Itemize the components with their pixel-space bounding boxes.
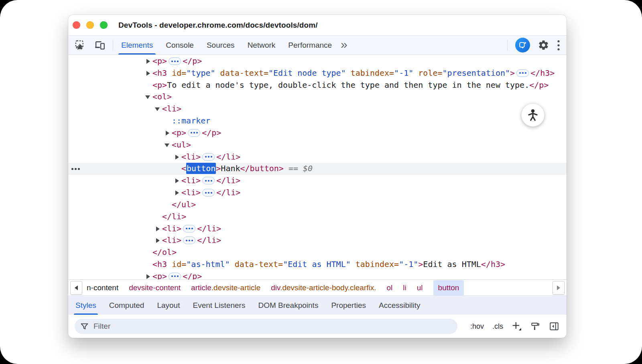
- toggle-sidebar-icon[interactable]: [549, 321, 559, 332]
- breadcrumb-item[interactable]: devsite-content: [129, 283, 181, 292]
- device-toolbar-icon[interactable]: [94, 40, 106, 51]
- dom-tree: <p></p><h3 id="type" data-text="Edit nod…: [68, 55, 567, 280]
- collapse-arrow-icon[interactable]: [165, 144, 169, 147]
- dom-tree-row[interactable]: <li>: [68, 103, 567, 115]
- dom-tree-row[interactable]: <li></li>: [68, 235, 567, 247]
- code-token-attr: id=: [172, 68, 186, 78]
- selected-tag-name[interactable]: button: [186, 163, 216, 174]
- dom-tree-row[interactable]: </li>: [68, 211, 567, 223]
- code-token-tag: <h3: [152, 259, 172, 269]
- breadcrumb-item-selected[interactable]: button: [433, 280, 464, 295]
- ai-assistant-icon[interactable]: [515, 38, 530, 53]
- dom-tree-row-selected[interactable]: <button>Hank</button> == $0: [68, 163, 567, 175]
- code-token-doll: $0: [303, 164, 313, 173]
- styles-tab-accessibility[interactable]: Accessibility: [372, 296, 427, 315]
- code-token-val: "Edit node type": [268, 68, 346, 78]
- minimize-window-button[interactable]: [86, 21, 94, 29]
- more-tabs-chevron[interactable]: »: [338, 36, 351, 55]
- code-token-tag: </p>: [202, 128, 221, 138]
- dom-tree-row[interactable]: <ol>: [68, 91, 567, 103]
- code-token-attr: data-text=: [220, 68, 268, 78]
- dom-tree-row[interactable]: </ol>: [68, 247, 567, 259]
- tab-network[interactable]: Network: [241, 36, 282, 55]
- breadcrumb-item[interactable]: li: [403, 283, 406, 292]
- toggle-element-state-button[interactable]: :hov: [470, 322, 484, 331]
- dom-tree-row[interactable]: <ul>: [68, 139, 567, 151]
- code-token-tag: <li>: [162, 104, 181, 113]
- styles-tab-dom-breakpoints[interactable]: DOM Breakpoints: [252, 296, 325, 315]
- dom-tree-row[interactable]: <p></p>: [68, 55, 567, 67]
- filter-input[interactable]: Filter: [75, 319, 457, 334]
- expand-children-pill[interactable]: [169, 57, 181, 65]
- expand-children-pill[interactable]: [183, 237, 195, 244]
- inspect-icon[interactable]: [75, 40, 85, 51]
- breadcrumb-item[interactable]: article.devsite-article: [191, 283, 260, 292]
- dom-tree-row[interactable]: ::marker: [68, 115, 567, 127]
- expand-children-pill[interactable]: [516, 69, 529, 77]
- styles-tab-computed[interactable]: Computed: [103, 296, 151, 315]
- expand-arrow-icon[interactable]: [156, 226, 160, 231]
- expand-children-pill[interactable]: [202, 177, 215, 184]
- code-token-eq: ==: [284, 164, 303, 173]
- expand-arrow-icon[interactable]: [156, 238, 160, 243]
- tab-performance[interactable]: Performance: [282, 36, 338, 55]
- paint-roller-icon[interactable]: [530, 322, 540, 332]
- crumb-scroll-right-button[interactable]: [553, 281, 565, 295]
- accessibility-person-icon: [521, 103, 544, 127]
- breadcrumb-item[interactable]: div.devsite-article-body.clearfix.: [271, 283, 376, 292]
- dom-tree-row[interactable]: <p></p>: [68, 271, 567, 280]
- breadcrumb-item[interactable]: ul: [417, 283, 423, 292]
- expand-children-pill[interactable]: [202, 153, 215, 161]
- tab-console[interactable]: Console: [159, 36, 200, 55]
- styles-tab-styles[interactable]: Styles: [69, 296, 103, 315]
- code-token-tag: <p>: [152, 56, 167, 66]
- expand-arrow-icon[interactable]: [146, 71, 150, 76]
- expand-children-pill[interactable]: [188, 129, 200, 137]
- close-window-button[interactable]: [73, 21, 80, 29]
- code-token-tag: <ul>: [172, 140, 191, 150]
- collapse-arrow-icon[interactable]: [155, 107, 160, 111]
- settings-gear-icon[interactable]: [538, 39, 549, 51]
- styles-tab-event-listeners[interactable]: Event Listeners: [186, 296, 252, 315]
- expand-arrow-icon[interactable]: [175, 178, 179, 183]
- code-token-attr: tabindex=: [351, 68, 394, 78]
- dom-tree-row[interactable]: </ul>: [68, 199, 567, 211]
- expand-children-pill[interactable]: [183, 225, 195, 233]
- crumb-tag: button: [438, 283, 459, 292]
- tab-sources[interactable]: Sources: [200, 36, 241, 55]
- element-classes-button[interactable]: .cls: [492, 322, 503, 331]
- breadcrumb-item[interactable]: n-content: [87, 283, 118, 292]
- kebab-menu-icon[interactable]: [557, 39, 560, 51]
- dom-tree-row[interactable]: <li></li>: [68, 175, 567, 187]
- tab-elements[interactable]: Elements: [115, 36, 159, 55]
- expand-arrow-icon[interactable]: [175, 190, 179, 195]
- new-style-rule-icon[interactable]: [512, 321, 522, 332]
- dom-tree-row[interactable]: <li></li>: [68, 151, 567, 163]
- row-menu-dots-icon[interactable]: [71, 168, 73, 170]
- dom-tree-row[interactable]: <h3 id="as-html" data-text="Edit as HTML…: [68, 259, 567, 271]
- expand-children-pill[interactable]: [169, 273, 181, 280]
- dom-tree-row[interactable]: <p></p>: [68, 127, 567, 139]
- dom-tree-row[interactable]: <h3 id="type" data-text="Edit node type"…: [68, 67, 567, 79]
- styles-tab-layout[interactable]: Layout: [150, 296, 186, 315]
- dom-tree-row[interactable]: <li></li>: [68, 223, 567, 235]
- expand-arrow-icon[interactable]: [146, 274, 150, 279]
- styles-tab-properties[interactable]: Properties: [325, 296, 372, 315]
- expand-arrow-icon[interactable]: [166, 131, 169, 135]
- devtools-toolbar: ElementsConsoleSourcesNetworkPerformance…: [68, 36, 567, 55]
- code-token-tag: </p>: [183, 271, 202, 280]
- code-token-val: "presentation": [443, 68, 510, 78]
- code-token-attr: role=: [418, 68, 442, 78]
- zoom-window-button[interactable]: [100, 21, 108, 29]
- dom-tree-row[interactable]: <p>To edit a node's type, double-click t…: [68, 79, 567, 91]
- collapse-arrow-icon[interactable]: [145, 95, 150, 99]
- code-token-val: "-1": [394, 68, 413, 78]
- code-token-tag: </button>: [240, 164, 284, 173]
- breadcrumb-item[interactable]: ol: [387, 283, 393, 292]
- expand-children-pill[interactable]: [202, 189, 215, 196]
- expand-arrow-icon[interactable]: [146, 59, 150, 64]
- dom-tree-row[interactable]: <li></li>: [68, 187, 567, 199]
- crumb-scroll-left-button[interactable]: [70, 281, 82, 295]
- expand-arrow-icon[interactable]: [175, 155, 179, 160]
- code-token-tag: </li>: [216, 188, 240, 197]
